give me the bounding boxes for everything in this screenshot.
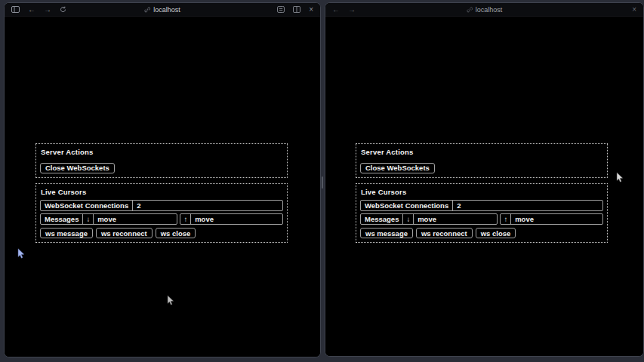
browser-window-right: ← → localhost × Server Actions Close Web… xyxy=(325,2,644,357)
live-cursors-legend: Live Cursors xyxy=(361,188,603,196)
messages-row: Messages ↓ move ↑ move xyxy=(360,213,603,225)
link-icon xyxy=(144,7,150,13)
live-cursors-legend: Live Cursors xyxy=(41,188,283,196)
outgoing-message-box: ↑ move xyxy=(180,213,283,225)
address-bar[interactable]: localhost xyxy=(467,3,503,16)
server-actions-legend: Server Actions xyxy=(361,148,603,156)
incoming-message-value: move xyxy=(94,214,177,224)
incoming-message-box: Messages ↓ move xyxy=(360,213,498,225)
outgoing-message-value: move xyxy=(511,214,602,224)
ws-reconnect-button[interactable]: ws reconnect xyxy=(96,228,153,238)
ws-buttons-row: ws message ws reconnect ws close xyxy=(40,228,283,238)
page-content: Server Actions Close WebSockets Live Cur… xyxy=(325,17,643,356)
arrow-up-icon: ↑ xyxy=(501,214,511,224)
titlebar-right-controls: × xyxy=(277,6,313,14)
arrow-down-icon: ↓ xyxy=(83,214,94,224)
messages-row: Messages ↓ move ↑ move xyxy=(40,213,283,225)
controls-panel: Server Actions Close WebSockets Live Cur… xyxy=(35,143,288,243)
websocket-connections-row: WebSocket Connections 2 xyxy=(40,200,283,211)
server-actions-legend: Server Actions xyxy=(41,148,283,156)
arrow-up-icon: ↑ xyxy=(180,214,191,224)
incoming-message-box: Messages ↓ move xyxy=(40,213,177,225)
page-content: Server Actions Close WebSockets Live Cur… xyxy=(5,17,320,357)
server-actions-group: Server Actions Close WebSockets xyxy=(35,143,288,178)
ws-reconnect-button[interactable]: ws reconnect xyxy=(416,228,473,238)
outgoing-message-box: ↑ move xyxy=(500,213,603,225)
tab-overview-icon[interactable] xyxy=(293,6,300,13)
incoming-message-value: move xyxy=(414,214,497,224)
arrow-down-icon: ↓ xyxy=(403,214,414,224)
websocket-connections-row: WebSocket Connections 2 xyxy=(360,200,603,211)
close-icon[interactable]: × xyxy=(632,6,636,14)
ws-buttons-row: ws message ws reconnect ws close xyxy=(360,228,603,238)
close-icon[interactable]: × xyxy=(309,6,313,14)
back-icon[interactable]: ← xyxy=(332,6,340,14)
connections-label: WebSocket Connections xyxy=(361,201,453,210)
forward-icon[interactable]: → xyxy=(348,6,356,14)
window-resize-handle[interactable] xyxy=(322,176,323,189)
close-websockets-button[interactable]: Close WebSockets xyxy=(40,163,115,173)
ws-message-button[interactable]: ws message xyxy=(360,228,413,238)
sidebar-toggle-icon[interactable] xyxy=(11,6,20,13)
controls-panel: Server Actions Close WebSockets Live Cur… xyxy=(356,143,608,243)
live-cursors-group: Live Cursors WebSocket Connections 2 Mes… xyxy=(356,183,608,243)
titlebar: ← → localhost × xyxy=(325,3,643,17)
outgoing-message-value: move xyxy=(191,214,282,224)
connections-value: 2 xyxy=(133,201,282,210)
page-title: localhost xyxy=(476,6,503,14)
ws-close-button[interactable]: ws close xyxy=(476,228,516,238)
ws-close-button[interactable]: ws close xyxy=(156,228,196,238)
browser-window-left: ← → localhost × Server Actions xyxy=(4,2,321,357)
reload-icon[interactable] xyxy=(60,6,66,13)
titlebar-right-controls: × xyxy=(632,6,636,14)
link-icon xyxy=(467,7,473,13)
messages-label: Messages xyxy=(41,214,83,224)
titlebar-left-controls: ← → xyxy=(11,6,66,14)
reader-mode-icon[interactable] xyxy=(277,6,285,13)
forward-icon[interactable]: → xyxy=(44,6,51,14)
titlebar: ← → localhost × xyxy=(5,3,320,17)
server-actions-group: Server Actions Close WebSockets xyxy=(356,143,608,178)
page-title: localhost xyxy=(153,6,180,14)
messages-label: Messages xyxy=(361,214,403,224)
connections-label: WebSocket Connections xyxy=(41,201,133,210)
address-bar[interactable]: localhost xyxy=(144,3,180,16)
back-icon[interactable]: ← xyxy=(28,6,35,14)
titlebar-left-controls: ← → xyxy=(332,6,356,14)
live-cursors-group: Live Cursors WebSocket Connections 2 Mes… xyxy=(35,183,288,243)
ws-message-button[interactable]: ws message xyxy=(40,228,93,238)
close-websockets-button[interactable]: Close WebSockets xyxy=(360,163,435,173)
connections-value: 2 xyxy=(453,201,602,210)
